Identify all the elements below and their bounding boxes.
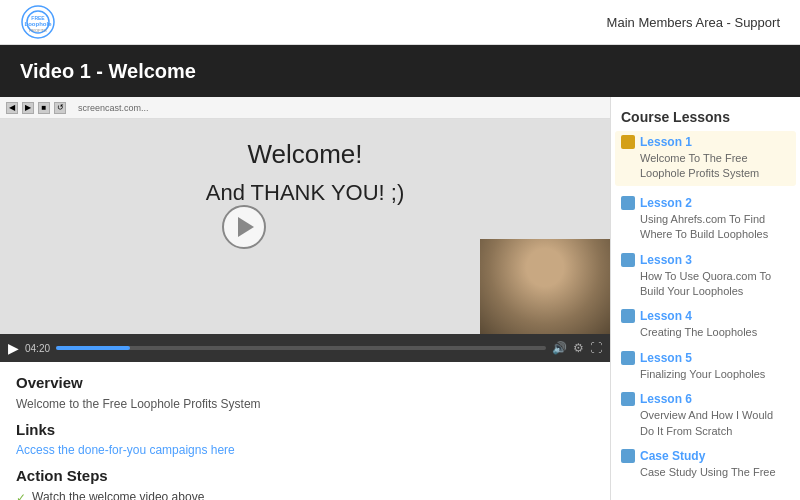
- action-items-list: ✓Watch the welcome video above✓Go to vid…: [16, 490, 594, 500]
- lesson-desc: Finalizing Your Loopholes: [621, 367, 790, 382]
- settings-icon[interactable]: ⚙: [573, 341, 584, 355]
- campaigns-link[interactable]: Access the done-for-you campaigns here: [16, 443, 235, 457]
- play-triangle-icon: [238, 217, 254, 237]
- main-content: ◀ ▶ ■ ↺ screencast.com... Welcome! And T…: [0, 97, 800, 500]
- lesson-desc: Creating The Loopholes: [621, 325, 790, 340]
- thumbnail-person: [480, 239, 610, 334]
- video-thumbnail: [480, 239, 610, 334]
- lesson-icon: [621, 253, 635, 267]
- lesson-title[interactable]: Lesson 1: [640, 135, 692, 149]
- sidebar-item-lesson3[interactable]: Lesson 3 How To Use Quora.com To Build Y…: [621, 253, 790, 300]
- action-steps-title: Action Steps: [16, 467, 594, 484]
- video-section: ◀ ▶ ■ ↺ screencast.com... Welcome! And T…: [0, 97, 610, 500]
- description-area: Overview Welcome to the Free Loophole Pr…: [0, 362, 610, 500]
- lesson-desc: How To Use Quora.com To Build Your Looph…: [621, 269, 790, 300]
- video-welcome-text: Welcome! And THANK YOU! ;): [206, 139, 404, 206]
- title-bar: Video 1 - Welcome: [0, 45, 800, 97]
- toolbar-btn-2[interactable]: ▶: [22, 102, 34, 114]
- sidebar-item-lesson2[interactable]: Lesson 2 Using Ahrefs.com To Find Where …: [621, 196, 790, 243]
- play-control-button[interactable]: ▶: [8, 340, 19, 356]
- lesson-header: Lesson 1: [621, 135, 790, 149]
- action-text: Watch the welcome video above: [32, 490, 204, 500]
- play-button[interactable]: [222, 205, 266, 249]
- lesson-desc: Overview And How I Would Do It From Scra…: [621, 408, 790, 439]
- welcome-line1: Welcome!: [206, 139, 404, 170]
- course-lessons-title: Course Lessons: [621, 109, 790, 125]
- video-url: screencast.com...: [78, 103, 149, 113]
- header-nav: Main Members Area - Support: [607, 15, 780, 30]
- action-item: ✓Watch the welcome video above: [16, 490, 594, 500]
- sidebar-item-lesson4[interactable]: Lesson 4 Creating The Loopholes: [621, 309, 790, 340]
- sidebar-item-lesson5[interactable]: Lesson 5 Finalizing Your Loopholes: [621, 351, 790, 382]
- sidebar-item-casestudy[interactable]: Case Study Case Study Using The Free: [621, 449, 790, 480]
- progress-fill: [56, 346, 129, 350]
- logo-area: FREE Loophole PROFITS: [20, 4, 56, 40]
- toolbar-btn-1[interactable]: ◀: [6, 102, 18, 114]
- lesson-desc: Case Study Using The Free: [621, 465, 790, 480]
- volume-icon[interactable]: 🔊: [552, 341, 567, 355]
- lessons-list: Lesson 1 Welcome To The Free Loophole Pr…: [621, 131, 790, 480]
- lesson-header: Lesson 6: [621, 392, 790, 406]
- sidebar-item-lesson6[interactable]: Lesson 6 Overview And How I Would Do It …: [621, 392, 790, 439]
- lesson-title[interactable]: Lesson 4: [640, 309, 692, 323]
- video-frame: Welcome! And THANK YOU! ;): [0, 119, 610, 334]
- toolbar-btn-4[interactable]: ↺: [54, 102, 66, 114]
- lesson-icon: [621, 449, 635, 463]
- svg-text:PROFITS: PROFITS: [29, 28, 47, 33]
- lesson-icon: [621, 135, 635, 149]
- video-controls: ▶ 04:20 🔊 ⚙ ⛶: [0, 334, 610, 362]
- overview-title: Overview: [16, 374, 594, 391]
- lesson-icon: [621, 351, 635, 365]
- links-title: Links: [16, 421, 594, 438]
- progress-bar[interactable]: [56, 346, 546, 350]
- logo-icon: FREE Loophole PROFITS: [20, 4, 56, 40]
- lesson-icon: [621, 309, 635, 323]
- lesson-desc: Using Ahrefs.com To Find Where To Build …: [621, 212, 790, 243]
- lesson-header: Lesson 2: [621, 196, 790, 210]
- toolbar-btn-3[interactable]: ■: [38, 102, 50, 114]
- lesson-icon: [621, 392, 635, 406]
- lesson-title[interactable]: Lesson 5: [640, 351, 692, 365]
- lesson-title[interactable]: Lesson 2: [640, 196, 692, 210]
- lesson-icon: [621, 196, 635, 210]
- lesson-header: Lesson 4: [621, 309, 790, 323]
- svg-text:Loophole: Loophole: [25, 21, 53, 27]
- lesson-header: Case Study: [621, 449, 790, 463]
- lesson-title[interactable]: Case Study: [640, 449, 705, 463]
- links-text: Access the done-for-you campaigns here: [16, 442, 594, 457]
- video-player: ◀ ▶ ■ ↺ screencast.com... Welcome! And T…: [0, 97, 610, 362]
- video-toolbar: ◀ ▶ ■ ↺ screencast.com...: [0, 97, 610, 119]
- lesson-header: Lesson 3: [621, 253, 790, 267]
- welcome-line2: And THANK YOU! ;): [206, 180, 404, 206]
- lesson-title[interactable]: Lesson 6: [640, 392, 692, 406]
- sidebar-item-lesson1[interactable]: Lesson 1 Welcome To The Free Loophole Pr…: [615, 131, 796, 186]
- lesson-title[interactable]: Lesson 3: [640, 253, 692, 267]
- fullscreen-icon[interactable]: ⛶: [590, 341, 602, 355]
- sidebar: Course Lessons Lesson 1 Welcome To The F…: [610, 97, 800, 500]
- overview-text: Welcome to the Free Loophole Profits Sys…: [16, 397, 594, 411]
- header: FREE Loophole PROFITS Main Members Area …: [0, 0, 800, 45]
- lesson-desc: Welcome To The Free Loophole Profits Sys…: [621, 151, 790, 182]
- time-display: 04:20: [25, 343, 50, 354]
- lesson-header: Lesson 5: [621, 351, 790, 365]
- check-icon: ✓: [16, 491, 26, 500]
- page-title: Video 1 - Welcome: [20, 60, 196, 83]
